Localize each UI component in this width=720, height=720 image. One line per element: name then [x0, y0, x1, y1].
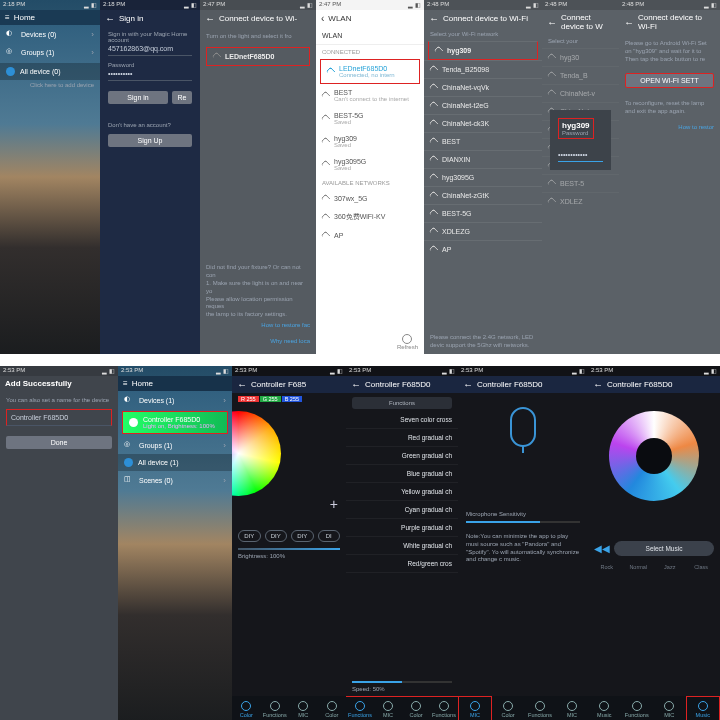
wifi-network-row[interactable]: XDLEZ [542, 192, 619, 210]
tab-color[interactable]: Color [402, 697, 430, 720]
wifi-network-row[interactable]: 360免费WiFi-KV [316, 207, 424, 227]
wifi-network-row[interactable]: BEST [424, 132, 542, 150]
tab-music[interactable]: Music [588, 696, 621, 720]
menu-icon[interactable]: ≡ [5, 13, 10, 22]
diy-slot-4[interactable]: DI [318, 530, 341, 542]
genre-normal[interactable]: Normal [624, 562, 654, 572]
wifi-password-field[interactable]: •••••••••••• [558, 149, 603, 162]
function-row[interactable]: Purple gradual ch [346, 519, 458, 537]
function-row[interactable]: Seven color cross [346, 411, 458, 429]
all-device-row[interactable]: All device (1) [118, 454, 232, 471]
wlan-toggle-row[interactable]: WLAN [316, 27, 424, 45]
tab-mic-2[interactable]: MIC [556, 696, 588, 720]
brightness-slider[interactable] [238, 548, 340, 550]
diy-slot-1[interactable]: DIY [238, 530, 261, 542]
tab-mic[interactable]: MIC [458, 696, 492, 720]
back-icon[interactable]: ← [351, 379, 361, 390]
wifi-network-row[interactable]: XDLEZG [424, 222, 542, 240]
wifi-network-row[interactable]: BESTCan't connect to the internet [316, 84, 424, 107]
sensitivity-slider[interactable] [466, 521, 580, 523]
restore-link[interactable]: How to restore fac [206, 322, 310, 328]
menu-icon[interactable]: ≡ [123, 379, 128, 388]
wifi-network-row[interactable]: BEST-5GSaved [316, 107, 424, 130]
wifi-network-row[interactable]: ChinaNet-zGtK [424, 186, 542, 204]
done-button[interactable]: Done [6, 436, 112, 449]
wifi-network-row[interactable]: hyg30 [542, 48, 619, 66]
devices-row[interactable]: ◐Devices (1)› [118, 391, 232, 409]
wifi-network-row[interactable]: 307wx_5G [316, 190, 424, 207]
wifi-network-row[interactable]: hyg309Saved [316, 130, 424, 153]
open-wifi-button[interactable]: OPEN WI-FI SETT [625, 73, 714, 88]
wifi-network-row[interactable]: Tenda_B25098 [424, 60, 542, 78]
back-icon[interactable]: ← [463, 379, 473, 390]
controller-row[interactable]: Controller F685D0Light on, Brightness: 1… [122, 411, 228, 434]
wifi-network-row[interactable]: AP [424, 240, 542, 258]
back-icon[interactable]: ← [429, 13, 439, 24]
back-icon[interactable]: ‹ [321, 13, 324, 24]
wifi-network-row[interactable]: ChinaNet-v [542, 84, 619, 102]
function-row[interactable]: Blue gradual ch [346, 465, 458, 483]
signup-button[interactable]: Sign Up [108, 134, 192, 147]
function-row[interactable]: Red/green cros [346, 555, 458, 573]
reset-button[interactable]: Re [172, 91, 192, 104]
groups-row[interactable]: ◎Groups (1)› [118, 436, 232, 454]
tab-mic[interactable]: MIC [289, 696, 318, 720]
tab-functions-2[interactable]: Functions [430, 697, 458, 720]
music-disc[interactable] [609, 411, 699, 501]
restore-link[interactable]: How to restor [619, 124, 720, 130]
tab-functions[interactable]: Functions [346, 697, 374, 720]
tab-color-2[interactable]: Color [318, 696, 347, 720]
prev-button[interactable]: ◀◀ [594, 543, 610, 554]
device-row[interactable]: LEDnetF685D0 [206, 47, 310, 66]
tab-music-2[interactable]: Music [686, 696, 721, 720]
add-icon[interactable]: + [330, 496, 338, 512]
back-icon[interactable]: ← [593, 379, 603, 390]
back-icon[interactable]: ← [237, 379, 247, 390]
tab-functions[interactable]: Functions [261, 696, 290, 720]
device-name-field[interactable]: Controller F685D0 [6, 409, 112, 426]
functions-dropdown[interactable]: Functions [352, 397, 452, 409]
tab-functions[interactable]: Functions [524, 696, 556, 720]
tab-functions[interactable]: Functions [621, 696, 654, 720]
email-field[interactable]: 457162863@qq.com [108, 43, 192, 56]
back-icon[interactable]: ← [547, 17, 557, 28]
color-wheel[interactable] [232, 411, 281, 496]
back-icon[interactable]: ← [205, 13, 215, 24]
wifi-network-row[interactable]: AP [316, 227, 424, 244]
function-row[interactable]: Green gradual ch [346, 447, 458, 465]
wifi-network-row[interactable]: DIANXIN [424, 150, 542, 168]
tab-color[interactable]: Color [492, 696, 524, 720]
wifi-network-row[interactable]: ChinaNet-t2eG [424, 96, 542, 114]
function-row[interactable]: White gradual ch [346, 537, 458, 555]
groups-row[interactable]: ◎Groups (1)› [0, 43, 100, 61]
wifi-network-row[interactable]: hyg3095GSaved [316, 153, 424, 176]
speed-slider[interactable] [352, 681, 452, 683]
select-music-button[interactable]: Select Music [614, 541, 714, 556]
wifi-network-row[interactable]: hyg309 [428, 41, 538, 60]
genre-rock[interactable]: Rock [592, 562, 622, 572]
back-icon[interactable]: ← [624, 17, 634, 28]
wifi-network-row[interactable]: ChinaNet-vqVk [424, 78, 542, 96]
diy-slot-3[interactable]: DIY [291, 530, 314, 542]
function-row[interactable]: Cyan gradual ch [346, 501, 458, 519]
genre-classical[interactable]: Class [687, 562, 717, 572]
tab-mic[interactable]: MIC [374, 697, 402, 720]
scenes-row[interactable]: ◫Scenes (0)› [118, 471, 232, 489]
tab-mic[interactable]: MIC [653, 696, 686, 720]
wifi-network-row[interactable]: BEST-5G [424, 204, 542, 222]
genre-jazz[interactable]: Jazz [655, 562, 685, 572]
location-link[interactable]: Why need loca [206, 338, 310, 344]
wifi-network-row[interactable]: BEST-5 [542, 174, 619, 192]
wifi-network-row[interactable]: ChinaNet-ck3K [424, 114, 542, 132]
wifi-network-row[interactable]: Tenda_B [542, 66, 619, 84]
function-row[interactable]: Red gradual ch [346, 429, 458, 447]
diy-slot-2[interactable]: DIY [265, 530, 288, 542]
refresh-button[interactable]: Refresh [397, 334, 418, 350]
signin-button[interactable]: Sign in [108, 91, 168, 104]
wifi-network-row[interactable]: hyg3095G [424, 168, 542, 186]
function-row[interactable]: Yellow gradual ch [346, 483, 458, 501]
tab-color[interactable]: Color [232, 696, 261, 720]
connected-network-row[interactable]: LEDnetF685D0Connected, no intern [320, 59, 420, 84]
devices-row[interactable]: ◐Devices (0)› [0, 25, 100, 43]
back-icon[interactable]: ← [105, 13, 115, 24]
